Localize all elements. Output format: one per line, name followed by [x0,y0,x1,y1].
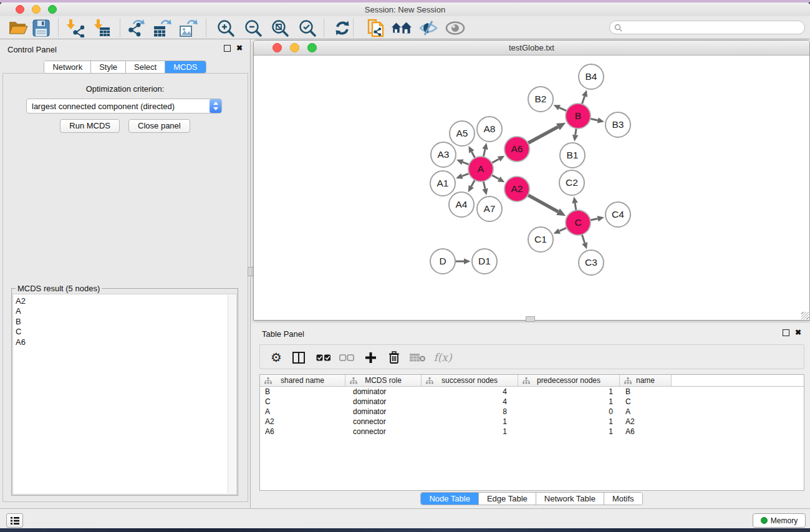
delete-column-button[interactable] [384,347,404,367]
tab-motifs[interactable]: Motifs [604,493,642,505]
horizontal-divider-handle[interactable] [526,316,535,322]
graph-edge-arrow[interactable] [572,135,578,142]
network-graph[interactable]: B4B2BB3A8A5A6A3B1AA1C2A2A4A7CC4C1C3DD1 [254,56,809,321]
graph-edge-arrow[interactable] [464,258,471,264]
graph-edge-arrow[interactable] [582,242,587,249]
delete-table-button[interactable] [408,347,428,367]
tab-network-table[interactable]: Network Table [536,493,604,505]
close-traffic-light[interactable] [272,43,282,52]
graph-node-label-B4[interactable]: B4 [586,71,597,82]
graph-node-label-C4[interactable]: C4 [612,209,624,220]
result-item[interactable]: C [16,327,236,337]
save-session-button[interactable] [31,17,52,38]
table-row[interactable]: A6connector11A6 [260,427,804,437]
graph-edge-B-B2[interactable] [559,108,567,111]
zoom-traffic-light[interactable] [307,43,317,52]
graph-node-label-B1[interactable]: B1 [567,150,579,160]
result-item[interactable]: B [16,317,236,327]
graph-node-label-A3[interactable]: A3 [438,149,450,160]
column-header-name[interactable]: name [620,375,672,386]
graph-edge-C-C2[interactable] [575,203,576,211]
graph-edge-A-A5[interactable] [471,152,475,158]
table-row[interactable]: Bdominator41B [260,387,804,397]
open-session-button[interactable] [7,17,29,38]
zoom-in-button[interactable] [215,17,236,38]
graph-node-label-A5[interactable]: A5 [456,128,468,138]
table-row[interactable]: Adominator80A [260,407,804,417]
network-from-file-button[interactable] [366,17,387,38]
column-header-predecessor-nodes[interactable]: predecessor nodes [518,375,620,386]
graph-node-label-C3[interactable]: C3 [585,257,597,268]
graph-edge-arrow[interactable] [482,188,488,195]
graph-edge-A-A1[interactable] [462,173,469,176]
result-item[interactable]: A6 [16,337,236,347]
column-header-MCDS-role[interactable]: MCDS role [345,375,422,386]
graph-edge-C-C3[interactable] [582,235,584,243]
tab-mcds[interactable]: MCDS [165,61,205,73]
graph-edge-arrow[interactable] [482,143,488,150]
export-table-button[interactable] [152,17,173,38]
graph-node-label-D[interactable]: D [439,256,446,266]
table-settings-button[interactable]: ⚙ [266,347,286,367]
graph-node-label-A4[interactable]: A4 [456,199,468,210]
tab-edge-table[interactable]: Edge Table [479,493,536,505]
export-image-button[interactable] [178,17,199,38]
column-view-button[interactable] [289,347,309,367]
graph-edge-C-C4[interactable] [591,219,598,220]
graph-node-label-B3[interactable]: B3 [612,119,624,130]
table-row[interactable]: A2connector11A2 [260,417,804,427]
column-header-shared-name[interactable]: shared name [260,375,345,386]
task-history-button[interactable] [6,513,23,528]
zoom-out-button[interactable] [243,17,264,38]
close-panel-button[interactable]: Close panel [128,119,190,133]
float-panel-icon[interactable] [783,329,789,336]
tab-select[interactable]: Select [126,61,165,73]
export-network-button[interactable] [125,17,147,38]
result-item[interactable]: A [16,306,236,316]
graph-edge-arrow[interactable] [456,159,464,165]
graph-edge-A-A8[interactable] [483,149,485,157]
minimize-traffic-light[interactable] [32,5,41,14]
graph-edge-B-B3[interactable] [591,118,598,120]
graph-node-label-A[interactable]: A [478,163,485,174]
column-header-successor-nodes[interactable]: successor nodes [422,375,518,386]
graph-edge-A6-B[interactable] [528,127,558,143]
graph-node-label-A6[interactable]: A6 [511,143,523,154]
memory-button[interactable]: Memory [753,513,806,528]
hide-detail-button[interactable] [418,17,439,38]
graph-node-label-C[interactable]: C [574,217,581,228]
import-network-button[interactable] [65,17,86,38]
graph-edge-A-A2[interactable] [492,175,499,179]
search-field[interactable] [609,21,805,34]
close-panel-icon[interactable]: ✖ [795,329,801,336]
network-window-titlebar[interactable]: testGlobe.txt [254,41,809,56]
graph-edge-A-A6[interactable] [492,159,499,163]
refresh-button[interactable] [332,17,353,38]
scrollbar-track[interactable] [228,295,236,493]
graph-edge-B-B4[interactable] [582,96,584,104]
graph-node-label-A1[interactable]: A1 [437,178,449,188]
import-table-button[interactable] [91,17,112,38]
table-row[interactable]: Cdominator41C [260,397,804,407]
close-panel-icon[interactable]: ✖ [236,45,243,52]
network-view[interactable]: B4B2BB3A8A5A6A3B1AA1C2A2A4A7CC4C1C3DD1 [254,56,809,320]
zoom-fit-button[interactable] [269,17,291,38]
graph-node-label-C1[interactable]: C1 [534,234,547,244]
mcds-result-list[interactable]: A2ABCA6 [12,294,237,495]
graph-edge-A-A3[interactable] [463,162,470,165]
graph-edge-arrow[interactable] [572,196,577,203]
graph-node-label-A8[interactable]: A8 [484,123,496,134]
zoom-selected-button[interactable] [297,17,318,38]
search-input[interactable] [622,23,804,32]
graph-edge-A2-C[interactable] [528,195,559,212]
minimize-traffic-light[interactable] [290,43,299,52]
criterion-select[interactable]: largest connected component (directed) [26,99,222,114]
select-all-button[interactable] [314,347,334,367]
graph-node-label-C2[interactable]: C2 [566,177,578,188]
graph-edge-A-A4[interactable] [471,180,475,186]
add-column-button[interactable] [360,347,380,367]
graph-edge-arrow[interactable] [597,117,604,123]
graph-node-label-A2[interactable]: A2 [511,183,523,194]
graph-edge-C-C1[interactable] [559,228,567,231]
home-button[interactable] [391,17,412,38]
